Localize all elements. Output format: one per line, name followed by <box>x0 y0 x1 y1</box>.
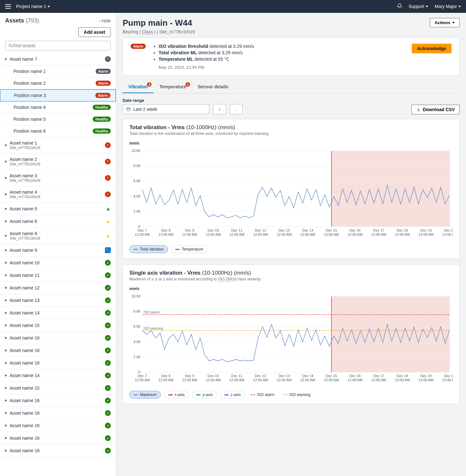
tree-item-position[interactable]: Position name 1Alarm <box>0 66 116 77</box>
tree-item-position[interactable]: Position name 2Alarm <box>0 77 116 89</box>
tree-item-asset[interactable]: Asset name 8Site_m776v1khz9▲ <box>0 228 116 244</box>
alert-icon: ! <box>105 56 111 62</box>
user-menu[interactable]: Mary Major <box>435 4 461 9</box>
date-range-select[interactable]: Last 2 week <box>123 104 209 114</box>
legend-iso-alarm: ISO alarm <box>248 391 277 399</box>
tree-item-asset[interactable]: Asset name 4Site_m776v1khz9! <box>0 186 116 203</box>
expand-icon <box>5 324 7 327</box>
calendar-icon <box>126 107 131 111</box>
chevron-right-icon: › <box>236 107 237 112</box>
legend-maximum[interactable]: Maximum <box>129 391 161 399</box>
chart-svg: 02.004.006.008.0010.00Dec 712:00 AMDec 8… <box>129 147 453 241</box>
svg-text:2.00: 2.00 <box>134 355 141 359</box>
prev-button[interactable]: ‹ <box>213 104 226 114</box>
tree-item-asset[interactable]: Asset name 5▲ <box>0 203 116 215</box>
svg-point-0 <box>9 44 11 47</box>
tree-item-asset[interactable]: Asset name 3Site_m776v1khz9! <box>0 170 116 186</box>
svg-text:12:00 AM: 12:00 AM <box>324 378 339 382</box>
download-csv-button[interactable]: Download CSV <box>411 105 460 114</box>
svg-text:Dec 20: Dec 20 <box>444 374 453 378</box>
caret-down-icon <box>47 6 50 7</box>
legend-iso-warning: ISO warning <box>280 391 313 399</box>
expand-icon <box>5 193 7 196</box>
check-icon: ✓ <box>105 360 111 366</box>
check-icon: ✓ <box>105 272 111 278</box>
svg-text:Dec 14: Dec 14 <box>302 228 314 232</box>
svg-text:12:00 AM: 12:00 AM <box>229 233 245 236</box>
next-button[interactable]: › <box>230 104 243 114</box>
hide-sidebar-button[interactable]: ‹ Hide <box>99 18 111 23</box>
menu-icon[interactable] <box>5 4 11 9</box>
tree-item-asset7[interactable]: Asset name 7 ! <box>0 53 116 66</box>
svg-text:ISO alarm: ISO alarm <box>143 310 160 314</box>
legend-y-axis[interactable]: y-axis <box>192 391 217 399</box>
check-icon: ✓ <box>105 448 111 454</box>
tab-vibration[interactable]: Vibration2 <box>123 81 153 93</box>
tree-item-asset[interactable]: Asset name 2Site_m776v1khz9! <box>0 154 116 170</box>
tabs: Vibration2 Temperature1 Sensor details <box>123 81 460 93</box>
svg-text:12:00 AM: 12:00 AM <box>395 378 410 382</box>
tree-item-position[interactable]: Position name 6Healthy <box>0 125 116 137</box>
tree-item-asset[interactable]: Asset name 11✓ <box>0 269 116 282</box>
tree-item-asset[interactable]: Asset name 16✓ <box>0 445 116 457</box>
tree-item-asset[interactable]: Asset name 16✓ <box>0 332 116 344</box>
expand-icon <box>5 424 7 427</box>
tree-item-asset[interactable]: Asset name 14✓ <box>0 369 116 382</box>
expand-icon <box>5 234 7 237</box>
legend-z-axis[interactable]: z-axis <box>220 391 245 399</box>
tree-item-asset[interactable]: Asset name 13✓ <box>0 294 116 307</box>
svg-text:12:00 AM: 12:00 AM <box>395 233 410 236</box>
expand-icon <box>5 144 7 146</box>
svg-text:Dec 16: Dec 16 <box>350 374 361 378</box>
tree-item-position[interactable]: Position name 3Alarm <box>0 89 116 101</box>
warning-icon: ▲ <box>106 233 111 239</box>
tree-item-asset[interactable]: Asset name 6▲ <box>0 215 116 228</box>
tree-item-asset[interactable]: Asset name 16✓ <box>0 394 116 407</box>
tree-item-asset[interactable]: Asset name 16✓ <box>0 407 116 419</box>
acknowledge-button[interactable]: Acknowledge <box>412 44 452 53</box>
expand-icon <box>5 437 7 439</box>
tab-sensor-details[interactable]: Sensor details <box>192 81 234 93</box>
tree-item-asset[interactable]: Asset name 12✓ <box>0 282 116 294</box>
legend-temperature[interactable]: Temperature <box>171 245 207 253</box>
download-icon <box>416 107 421 112</box>
tree-item-asset[interactable]: Asset name 16✓ <box>0 432 116 445</box>
page-subtitle: Bearing | Class I | Site_m776v1khz9 <box>123 29 195 34</box>
tree-item-position[interactable]: Position name 4Healthy <box>0 101 116 113</box>
legend-total-vibration[interactable]: Total vibration <box>129 245 168 253</box>
expand-icon <box>5 58 7 60</box>
expand-icon <box>5 312 7 314</box>
tree-item-asset[interactable]: Asset name 16✓ <box>0 344 116 357</box>
svg-text:4.00: 4.00 <box>134 339 141 343</box>
svg-text:Dec 12: Dec 12 <box>255 228 266 232</box>
legend-x-axis[interactable]: x-axis <box>164 391 189 399</box>
svg-text:12:00 AM: 12:00 AM <box>135 233 150 236</box>
support-menu[interactable]: Support <box>409 4 428 9</box>
expand-icon <box>5 274 7 277</box>
svg-text:12:00 AM: 12:00 AM <box>300 233 315 236</box>
notifications-icon[interactable] <box>397 3 402 10</box>
tab-temperature[interactable]: Temperature1 <box>153 81 192 93</box>
svg-text:12:00 AM: 12:00 AM <box>253 378 268 382</box>
expand-icon <box>5 249 7 251</box>
add-asset-button[interactable]: Add asset <box>78 27 111 37</box>
tree-item-asset[interactable]: Asset name 9🔧 <box>0 244 116 257</box>
tree-item-position[interactable]: Position name 5Healthy <box>0 113 116 125</box>
svg-text:2.00: 2.00 <box>134 209 141 213</box>
svg-text:Dec 7: Dec 7 <box>138 228 147 232</box>
project-selector[interactable]: Project name 1 <box>16 4 50 9</box>
search-input[interactable] <box>5 41 111 50</box>
tree-item-asset[interactable]: Asset name 10✓ <box>0 257 116 269</box>
tree-item-asset[interactable]: Asset name 16✓ <box>0 419 116 432</box>
chart-single-axis-vibration: Single axis vibration - Vrms (10-1000Hz)… <box>123 264 460 404</box>
tree-item-asset[interactable]: Asset name 1Site_m776v1khz9! <box>0 137 116 154</box>
tree-item-asset[interactable]: Asset name 15✓ <box>0 319 116 332</box>
tree-item-asset[interactable]: Asset name 15✓ <box>0 382 116 394</box>
svg-text:12:00 AM: 12:00 AM <box>324 233 339 236</box>
svg-text:Dec 11: Dec 11 <box>231 374 242 378</box>
expand-icon <box>5 160 7 163</box>
actions-button[interactable]: Actions <box>430 18 460 27</box>
expand-icon <box>5 220 7 223</box>
tree-item-asset[interactable]: Asset name 16✓ <box>0 357 116 369</box>
tree-item-asset[interactable]: Asset name 14✓ <box>0 307 116 319</box>
